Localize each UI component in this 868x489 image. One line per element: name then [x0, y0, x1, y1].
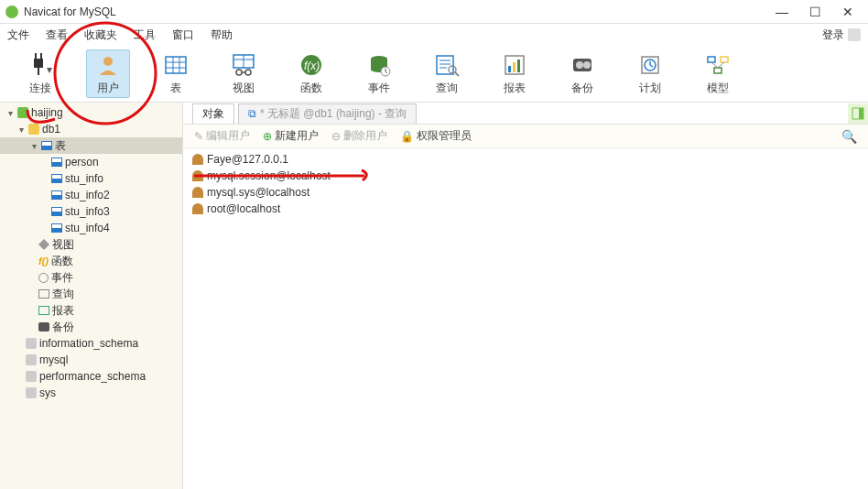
tree-sysdb[interactable]: information_schema	[0, 335, 182, 352]
svg-point-37	[583, 61, 591, 69]
tables-icon	[41, 141, 52, 150]
user-row-icon	[192, 187, 203, 198]
minimize-button[interactable]: —	[765, 1, 798, 23]
edit-user-button[interactable]: ✎编辑用户	[194, 128, 250, 144]
svg-rect-32	[508, 66, 511, 72]
tree-sysdb[interactable]: performance_schema	[0, 368, 182, 385]
menu-bar: 文件 查看 收藏夹 工具 窗口 帮助 登录	[0, 24, 868, 46]
tree-reports-node[interactable]: 报表	[0, 302, 182, 319]
tree-table-item[interactable]: stu_info	[0, 170, 182, 187]
table-item-icon	[51, 174, 62, 183]
menu-tools[interactable]: 工具	[134, 27, 156, 43]
privilege-manager-button[interactable]: 🔒权限管理员	[400, 128, 472, 144]
tree-events-node[interactable]: 事件	[0, 269, 182, 286]
tree-tables-label: 表	[55, 138, 66, 154]
database-icon	[26, 371, 37, 382]
tree-table-item[interactable]: person	[0, 154, 182, 170]
tool-model[interactable]: 模型	[696, 49, 740, 98]
tree-views-node[interactable]: 视图	[0, 236, 182, 253]
connection-tree[interactable]: ▾haijing ▾db1 ▾表 person stu_info stu_inf…	[0, 103, 183, 489]
tool-view[interactable]: 视图	[222, 49, 266, 98]
menu-window[interactable]: 窗口	[172, 27, 194, 43]
main-toolbar: ▾ 连接 用户 表 视图 f(x) 函数 事件 查询	[0, 46, 868, 103]
user-row-icon	[192, 203, 203, 214]
connection-icon	[17, 107, 28, 118]
tree-table-item[interactable]: stu_info3	[0, 203, 182, 220]
tool-backup[interactable]: 备份	[560, 49, 604, 98]
svg-rect-25	[437, 56, 453, 74]
tree-sysdb[interactable]: sys	[0, 385, 182, 401]
tool-func[interactable]: f(x) 函数	[289, 49, 333, 98]
database-icon	[26, 354, 37, 365]
menu-file[interactable]: 文件	[7, 27, 29, 43]
tool-plan[interactable]: 计划	[628, 49, 672, 98]
svg-point-5	[103, 57, 113, 66]
tree-backups-node[interactable]: 备份	[0, 319, 182, 335]
table-item-icon	[51, 158, 62, 167]
svg-point-29	[449, 66, 456, 73]
lock-icon: 🔒	[400, 130, 414, 143]
menu-view[interactable]: 查看	[46, 27, 68, 43]
svg-rect-43	[721, 57, 728, 62]
model-icon	[703, 51, 732, 79]
tree-table-item[interactable]: stu_info4	[0, 220, 182, 236]
user-row[interactable]: mysql.session@localhost	[192, 168, 859, 184]
tree-database[interactable]: ▾db1	[0, 121, 182, 137]
delete-user-button[interactable]: ⊖删除用户	[331, 128, 387, 144]
clock-icon	[38, 273, 49, 283]
tree-table-item[interactable]: stu_info2	[0, 187, 182, 203]
user-row[interactable]: mysql.sys@localhost	[192, 184, 859, 201]
tree-sysdb[interactable]: mysql	[0, 352, 182, 368]
svg-rect-42	[708, 57, 715, 62]
window-title: Navicat for MySQL	[24, 5, 765, 18]
maximize-button[interactable]: ☐	[798, 1, 831, 23]
login-avatar-icon[interactable]	[848, 28, 861, 41]
tab-query-label: * 无标题 @db1 (haijing) - 查询	[260, 106, 407, 122]
table-item-icon	[51, 207, 62, 216]
func-icon: f()	[38, 255, 49, 266]
plan-icon	[635, 51, 665, 79]
user-row[interactable]: root@localhost	[192, 201, 859, 217]
tool-plan-label: 计划	[639, 81, 661, 96]
tool-connect-label: 连接	[29, 81, 51, 96]
tool-connect[interactable]: ▾ 连接	[18, 49, 62, 98]
tree-tables-node[interactable]: ▾表	[0, 137, 182, 154]
tool-user[interactable]: 用户	[86, 49, 130, 98]
svg-rect-33	[513, 62, 515, 72]
user-list[interactable]: Faye@127.0.0.1 mysql.session@localhost m…	[183, 148, 868, 489]
menu-help[interactable]: 帮助	[211, 27, 233, 43]
svg-point-15	[245, 70, 251, 75]
tab-objects[interactable]: 对象	[192, 103, 234, 124]
svg-line-46	[718, 62, 724, 68]
tree-connection[interactable]: ▾haijing	[0, 104, 182, 121]
tool-report[interactable]: 报表	[493, 49, 537, 98]
tool-event[interactable]: 事件	[357, 49, 401, 98]
svg-line-30	[455, 72, 459, 76]
tool-table[interactable]: 表	[154, 49, 198, 98]
views-icon	[38, 239, 49, 250]
tool-view-label: 视图	[233, 81, 255, 96]
plug-icon: ▾	[26, 51, 55, 79]
new-user-button[interactable]: ⊕新建用户	[263, 128, 319, 144]
tree-funcs-node[interactable]: f()函数	[0, 253, 182, 269]
menu-login[interactable]: 登录	[822, 27, 844, 43]
user-row-icon	[192, 154, 203, 165]
query-icon	[432, 51, 461, 79]
tab-query[interactable]: ⧉ * 无标题 @db1 (haijing) - 查询	[238, 103, 417, 124]
side-panel-toggle[interactable]	[848, 103, 868, 124]
main-panel: 对象 ⧉ * 无标题 @db1 (haijing) - 查询 ✎编辑用户 ⊕新建…	[183, 103, 868, 489]
menu-fav[interactable]: 收藏夹	[84, 27, 117, 43]
svg-rect-34	[517, 60, 520, 72]
tree-queries-node[interactable]: 查询	[0, 286, 182, 302]
tool-query-label: 查询	[436, 81, 458, 96]
tool-report-label: 报表	[504, 81, 526, 96]
close-button[interactable]: ✕	[831, 1, 864, 23]
plus-icon: ⊕	[263, 130, 272, 143]
sql-icon	[38, 289, 49, 299]
tool-query[interactable]: 查询	[425, 49, 469, 98]
table-item-icon	[51, 223, 62, 233]
app-icon	[5, 5, 18, 18]
tape-icon	[38, 322, 49, 331]
search-icon[interactable]: 🔍	[841, 129, 857, 144]
user-row[interactable]: Faye@127.0.0.1	[192, 151, 859, 168]
